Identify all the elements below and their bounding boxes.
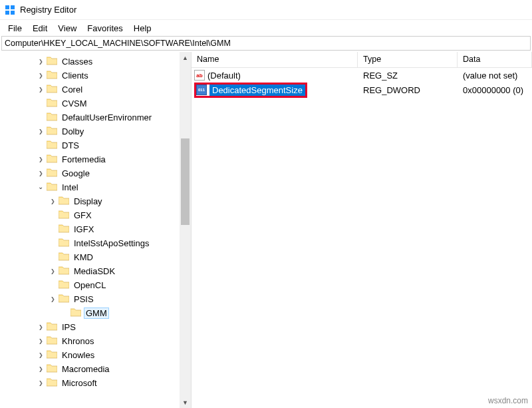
menu-edit[interactable]: Edit bbox=[27, 22, 53, 35]
tree-item-label: GFX bbox=[72, 210, 94, 221]
tree-item-label: Classes bbox=[60, 56, 94, 67]
window-title: Registry Editor bbox=[20, 5, 76, 15]
chevron-right-icon[interactable]: ❯ bbox=[36, 127, 45, 136]
folder-icon bbox=[57, 266, 72, 277]
menu-view[interactable]: View bbox=[53, 22, 82, 35]
tree-item-clients[interactable]: ❯Clients bbox=[0, 69, 180, 83]
string-value-icon: ab bbox=[194, 70, 205, 81]
tree-item-label: Corel bbox=[60, 84, 84, 95]
chevron-right-icon[interactable]: ❯ bbox=[48, 295, 57, 304]
folder-icon bbox=[45, 335, 60, 347]
tree-item-gfx[interactable]: ·GFX bbox=[0, 208, 180, 222]
folder-icon bbox=[45, 168, 60, 179]
value-name: (Default) bbox=[207, 71, 241, 81]
chevron-right-icon[interactable]: ❯ bbox=[48, 197, 57, 206]
tree-item-kmd[interactable]: ·KMD bbox=[0, 250, 180, 264]
folder-icon bbox=[45, 84, 60, 95]
tree-item-label: KMD bbox=[72, 252, 95, 263]
cell-type: REG_SZ bbox=[358, 71, 458, 81]
tree-item-dts[interactable]: ·DTS bbox=[0, 138, 180, 152]
tree-item-dolby[interactable]: ❯Dolby bbox=[0, 124, 180, 138]
tree-view[interactable]: ❯Classes❯Clients❯Corel·CVSM·DefaultUserE… bbox=[0, 52, 180, 408]
list-row-default[interactable]: ab(Default)REG_SZ(value not set) bbox=[192, 68, 532, 83]
tree-item-label: Knowles bbox=[60, 349, 96, 361]
tree-item-label: GMM bbox=[84, 307, 109, 319]
folder-icon bbox=[45, 321, 60, 333]
tree-item-label: DTS bbox=[60, 140, 81, 151]
tree-item-psis[interactable]: ❯PSIS bbox=[0, 292, 180, 306]
tree-item-opencl[interactable]: ·OpenCL bbox=[0, 278, 180, 292]
tree-item-macromedia[interactable]: ❯Macromedia bbox=[0, 362, 180, 376]
chevron-right-icon[interactable]: ❯ bbox=[36, 337, 45, 346]
app-icon bbox=[4, 4, 16, 16]
scroll-down-icon[interactable]: ▼ bbox=[180, 397, 191, 408]
chevron-right-icon[interactable]: ❯ bbox=[36, 379, 45, 388]
list-body: ab(Default)REG_SZ(value not set)011Dedic… bbox=[192, 68, 532, 97]
col-header-name[interactable]: Name bbox=[192, 52, 358, 67]
tree-item-gmm[interactable]: ·GMM bbox=[0, 306, 180, 320]
col-header-type[interactable]: Type bbox=[358, 52, 458, 67]
chevron-right-icon[interactable]: ❯ bbox=[36, 57, 45, 67]
tree-item-label: Google bbox=[60, 168, 92, 179]
chevron-right-icon[interactable]: ❯ bbox=[36, 351, 45, 360]
scroll-thumb[interactable] bbox=[181, 138, 190, 225]
expander-none: · bbox=[36, 113, 45, 122]
list-header: Name Type Data bbox=[192, 52, 532, 68]
cell-data: 0x00000000 (0) bbox=[458, 85, 532, 95]
folder-icon bbox=[45, 140, 60, 151]
list-row-dedicatedsegmentsize[interactable]: 011DedicatedSegmentSizeREG_DWORD0x000000… bbox=[192, 83, 532, 97]
tree-item-label: MediaSDK bbox=[72, 266, 117, 277]
tree-item-label: Clients bbox=[60, 70, 90, 81]
chevron-right-icon[interactable]: ❯ bbox=[36, 71, 45, 81]
expander-none: · bbox=[48, 239, 57, 248]
tree-item-microsoft[interactable]: ❯Microsoft bbox=[0, 376, 180, 390]
tree-scrollbar[interactable]: ▲ ▼ bbox=[180, 52, 191, 408]
tree-item-google[interactable]: ❯Google bbox=[0, 166, 180, 180]
chevron-right-icon[interactable]: ❯ bbox=[36, 85, 45, 95]
scroll-up-icon[interactable]: ▲ bbox=[180, 52, 191, 63]
tree-item-defaultuserenvironmer[interactable]: ·DefaultUserEnvironmer bbox=[0, 110, 180, 124]
address-bar[interactable]: Computer\HKEY_LOCAL_MACHINE\SOFTWARE\Int… bbox=[1, 36, 531, 51]
tree-item-label: CVSM bbox=[60, 98, 89, 109]
tree-item-label: Intel bbox=[60, 182, 80, 193]
tree-item-display[interactable]: ❯Display bbox=[0, 194, 180, 208]
expander-none: · bbox=[48, 253, 57, 262]
tree-item-mediasdk[interactable]: ❯MediaSDK bbox=[0, 264, 180, 278]
tree-item-classes[interactable]: ❯Classes bbox=[0, 55, 180, 69]
cell-data: (value not set) bbox=[458, 71, 532, 81]
folder-icon bbox=[45, 126, 60, 137]
tree-item-khronos[interactable]: ❯Khronos bbox=[0, 334, 180, 348]
tree-item-label: IntelSstApoSettings bbox=[72, 238, 151, 249]
tree-item-ips[interactable]: ❯IPS bbox=[0, 320, 180, 334]
menu-file[interactable]: File bbox=[3, 22, 27, 35]
svg-rect-0 bbox=[5, 5, 9, 9]
chevron-right-icon[interactable]: ❯ bbox=[36, 365, 45, 374]
tree-item-label: Display bbox=[72, 196, 104, 207]
tree-item-label: IPS bbox=[60, 321, 78, 333]
folder-icon bbox=[45, 363, 60, 375]
chevron-right-icon[interactable]: ❯ bbox=[36, 155, 45, 164]
tree-item-intel[interactable]: ⌄Intel bbox=[0, 180, 180, 194]
tree-item-corel[interactable]: ❯Corel bbox=[0, 83, 180, 97]
folder-icon bbox=[45, 56, 60, 67]
tree-item-knowles[interactable]: ❯Knowles bbox=[0, 348, 180, 362]
tree-item-igfx[interactable]: ·IGFX bbox=[0, 222, 180, 236]
folder-icon bbox=[45, 154, 60, 165]
menu-help[interactable]: Help bbox=[128, 22, 157, 35]
chevron-right-icon[interactable]: ❯ bbox=[48, 267, 57, 276]
col-header-data[interactable]: Data bbox=[458, 52, 532, 67]
tree-item-label: PSIS bbox=[72, 294, 96, 305]
chevron-right-icon[interactable]: ❯ bbox=[36, 169, 45, 178]
folder-icon bbox=[57, 238, 72, 249]
menu-favorites[interactable]: Favorites bbox=[82, 22, 128, 35]
tree-item-label: OpenCL bbox=[72, 280, 108, 291]
folder-icon bbox=[45, 112, 60, 123]
menu-bar: File Edit View Favorites Help bbox=[0, 20, 532, 36]
tree-item-fortemedia[interactable]: ❯Fortemedia bbox=[0, 152, 180, 166]
tree-item-intelsstaposettings[interactable]: ·IntelSstApoSettings bbox=[0, 236, 180, 250]
chevron-down-icon[interactable]: ⌄ bbox=[36, 182, 45, 192]
expander-none: · bbox=[48, 211, 57, 220]
tree-item-cvsm[interactable]: ·CVSM bbox=[0, 97, 180, 110]
folder-icon bbox=[57, 210, 72, 221]
chevron-right-icon[interactable]: ❯ bbox=[36, 323, 45, 332]
